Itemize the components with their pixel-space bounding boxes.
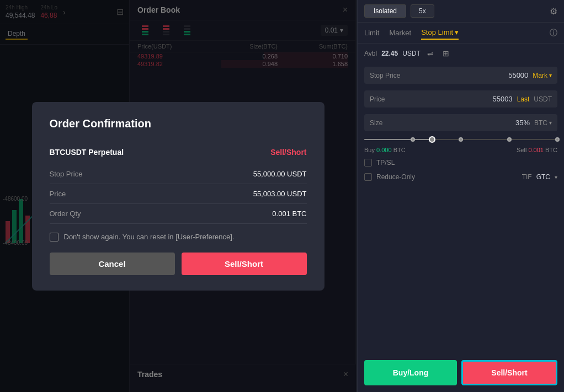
size-unit-tag[interactable]: BTC ▾ [534,119,552,127]
price-label: Price [370,95,406,103]
buy-label: Buy [364,147,375,153]
transfer-icon-button[interactable]: ⇌ [425,48,436,59]
reduce-only-checkbox[interactable] [364,173,372,181]
right-panel: Isolated 5x ⚙ Limit Market Stop Limit ▾ … [357,0,564,392]
price-unit: USDT [534,95,552,103]
modal-checkbox-row[interactable]: Don't show again. You can reset in [User… [50,224,307,253]
buy-long-button[interactable]: Buy/Long [364,360,457,385]
modal-qty-row: Order Qty 0.001 BTC [50,204,307,224]
reduce-only-row: Reduce-Only TIF GTC ▾ [358,170,564,184]
order-info-icon[interactable]: ⓘ [550,28,557,38]
modal-contract-row: BTCUSDT Perpetual Sell/Short [50,142,307,162]
modal-overlay: Order Confirmation BTCUSDT Perpetual Sel… [0,0,356,392]
stop-price-tag[interactable]: Mark ▾ [533,72,552,79]
modal-side: Sell/Short [270,148,306,157]
price-value: 55003 [410,95,513,103]
sell-info: Sell 0.001 BTC [517,147,557,153]
tab-stop-limit-caret: ▾ [455,28,459,36]
modal-qty-value: 0.001 BTC [272,210,306,218]
buy-sell-info: Buy 0.000 BTC Sell 0.001 BTC [358,144,564,155]
modal-stop-price-row: Stop Price 55,000.00 USDT [50,164,307,184]
reduce-only-label: Reduce-Only [376,173,415,181]
buy-unit: BTC [393,147,406,153]
isolated-button[interactable]: Isolated [364,4,406,18]
avbl-unit: USDT [402,50,421,57]
avbl-row: Avbl 22.45 USDT ⇌ ⊞ [358,44,564,63]
avbl-value: 22.45 [381,50,398,57]
modal-checkbox-text: Don't show again. You can reset in [User… [64,233,235,241]
sell-short-button[interactable]: Sell/Short [461,360,557,385]
margin-bar: Isolated 5x ⚙ [358,0,564,23]
modal-stop-price-value: 55,000.00 USDT [253,170,307,178]
tab-stop-limit-label: Stop Limit [421,28,453,36]
modal-stop-price-label: Stop Price [50,170,83,178]
settings-icon-button[interactable]: ⚙ [550,6,557,17]
action-buttons: Buy/Long Sell/Short [358,353,564,392]
modal-dont-show-checkbox[interactable] [50,233,58,241]
stop-price-input[interactable]: Stop Price 55000 Mark ▾ [364,67,557,84]
stop-price-value: 55000 [410,71,528,79]
sell-value: 0.001 [528,147,544,153]
modal-confirm-button[interactable]: Sell/Short [182,253,307,275]
tpsl-checkbox[interactable] [364,159,372,167]
calc-icon-button[interactable]: ⊞ [440,48,451,59]
modal-title: Order Confirmation [50,117,307,130]
modal-cancel-button[interactable]: Cancel [50,253,175,275]
tif-caret: ▾ [555,174,557,180]
tab-limit[interactable]: Limit [364,26,379,39]
tab-stop-limit[interactable]: Stop Limit ▾ [421,26,459,40]
avbl-label: Avbl [364,50,377,57]
order-tabs: Limit Market Stop Limit ▾ ⓘ [358,23,564,44]
size-input[interactable]: Size 35% BTC ▾ [364,114,557,131]
buy-value: 0.000 [376,147,392,153]
stop-price-label: Stop Price [370,72,406,79]
modal-qty-label: Order Qty [50,210,81,218]
modal-price-row: Price 55,003.00 USDT [50,184,307,204]
price-tag: Last [517,95,530,103]
leverage-button[interactable]: 5x [411,4,434,18]
order-confirmation-modal: Order Confirmation BTCUSDT Perpetual Sel… [32,102,324,291]
price-input[interactable]: Price 55003 Last USDT [364,90,557,108]
modal-price-value: 55,003.00 USDT [253,190,307,198]
sell-label: Sell [517,147,526,153]
modal-price-label: Price [50,190,66,198]
buy-info: Buy 0.000 BTC [364,147,406,153]
tpsl-label: TP/SL [376,159,395,167]
size-value: 35% [410,119,530,127]
modal-actions: Cancel Sell/Short [50,253,307,275]
slider-track[interactable] [364,139,557,140]
slider-row [358,135,564,144]
modal-contract: BTCUSDT Perpetual [50,148,124,157]
sell-unit: BTC [545,147,557,153]
tab-market[interactable]: Market [389,26,411,39]
tpsl-checkbox-row[interactable]: TP/SL [358,155,564,170]
tif-value[interactable]: GTC [536,173,550,181]
tif-label: TIF [522,173,532,181]
size-label: Size [370,119,406,127]
